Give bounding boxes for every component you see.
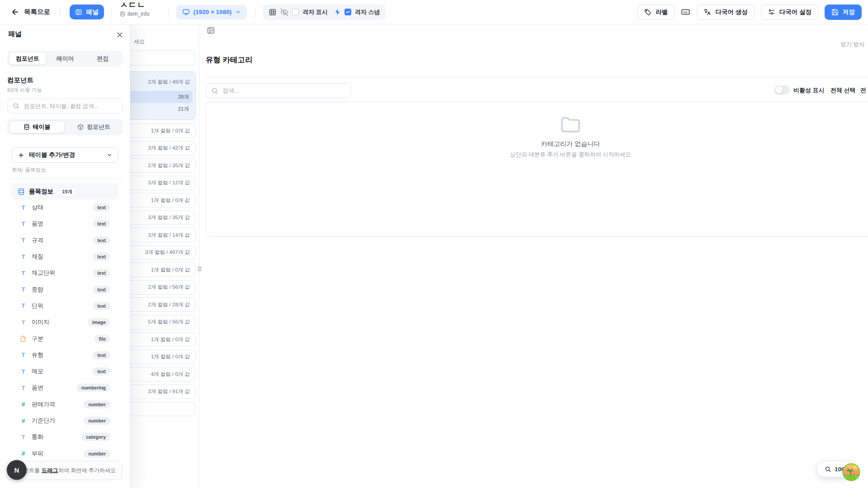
- field-type-badge: category: [81, 433, 110, 441]
- number-icon: #: [20, 418, 27, 424]
- field-row[interactable]: T중량text: [7, 281, 123, 297]
- panel-search-input[interactable]: [23, 99, 119, 113]
- i18n-settings-button[interactable]: 다국어 설정: [761, 5, 818, 20]
- label-button[interactable]: 라벨: [637, 5, 675, 20]
- back-button[interactable]: [11, 8, 19, 16]
- text-type-icon: T: [20, 204, 27, 211]
- monitor-icon: [182, 8, 190, 16]
- group-stats-label: 1개 컬럼 / 0개 값: [151, 127, 190, 134]
- lightning-icon: [334, 9, 341, 15]
- options-icon: [768, 8, 775, 16]
- grid-snap-checkbox[interactable]: [344, 9, 351, 15]
- text-type-icon: T: [20, 286, 27, 293]
- field-row[interactable]: T이미지image: [7, 314, 123, 330]
- panel-toggle-button[interactable]: 패널: [70, 5, 104, 19]
- group-stats-label: 2개 컬럼 / 28개 값: [148, 301, 190, 308]
- field-name: 재고단위: [32, 269, 55, 277]
- title-divider: [206, 77, 868, 77]
- text-type-icon: T: [20, 434, 27, 441]
- collapse-pane-button[interactable]: [207, 26, 215, 35]
- panel-header-divider: [0, 45, 130, 46]
- field-row[interactable]: T재고단위text: [7, 265, 123, 281]
- screen-size-value: (868 × 488): [193, 9, 231, 15]
- screen-size-selector[interactable]: (868 × 488): [176, 5, 247, 19]
- inactive-toggle[interactable]: [774, 85, 790, 94]
- toolbar-left-group: 목록으로 패널 ㅅㄷㄴ item_info (868 × 488): [0, 4, 386, 20]
- field-name: 품명: [32, 220, 43, 228]
- empty-state-container: 카테고리가 없습니다 상단의 대분류 추가 버튼을 클릭하여 시작하세요: [206, 102, 868, 237]
- group-stats-label: 3개 컬럼 / 12개 값: [148, 179, 190, 186]
- field-row[interactable]: 구분file: [7, 330, 123, 347]
- group-stats-label: 1개 컬럼 / 0개 값: [151, 267, 190, 273]
- back-label[interactable]: 목록으로: [24, 8, 50, 16]
- plus-icon: [18, 152, 24, 159]
- category-search[interactable]: [206, 83, 351, 98]
- grid-show-checkbox[interactable]: [292, 9, 299, 15]
- pane-resize-handle[interactable]: [198, 267, 202, 271]
- field-name: 단위: [32, 302, 43, 310]
- keyboard-shortcuts-button[interactable]: [681, 7, 690, 17]
- field-row[interactable]: T재질text: [7, 249, 123, 265]
- field-type-badge: text: [93, 286, 110, 294]
- field-name: 중량: [32, 286, 43, 294]
- group-stats-label: 3개 컬럼 / 497개 값: [145, 249, 190, 256]
- document-title-block: ㅅㄷㄴ item_info: [120, 1, 150, 17]
- document-subtitle: item_info: [120, 11, 150, 17]
- add-table-button[interactable]: 테이블 추가/변경: [12, 147, 118, 163]
- canvas-area: 보기 방식 유형 카테고리 비활성 표시 전체 선택 전 카테고리가 없습니다 …: [199, 24, 868, 488]
- field-type-badge: number: [84, 400, 110, 408]
- text-type-icon: T: [20, 385, 27, 391]
- tab-layers[interactable]: 레이어: [47, 52, 83, 65]
- components-available-count: 83개 사용 가능: [7, 87, 42, 94]
- number-icon: #: [20, 401, 27, 408]
- text-type-icon: T: [20, 368, 27, 375]
- clear-selection-button[interactable]: 전: [860, 86, 866, 94]
- field-type-badge: text: [93, 351, 110, 359]
- field-type-badge: image: [88, 318, 110, 326]
- grid-snap-label: 격자 스냅: [355, 8, 380, 16]
- select-all-button[interactable]: 전체 선택: [830, 86, 856, 94]
- source-toggle-component-label: 컴포넌트: [87, 123, 110, 131]
- panel-search[interactable]: [7, 99, 123, 113]
- save-button[interactable]: 저장: [825, 5, 862, 20]
- field-row[interactable]: T상태text: [7, 199, 123, 216]
- table-header-row[interactable]: 품목정보 19개: [12, 183, 118, 200]
- tab-components[interactable]: 컴포넌트: [9, 52, 46, 65]
- field-row[interactable]: T통화category: [7, 429, 123, 445]
- top-toolbar: 목록으로 패널 ㅅㄷㄴ item_info (868 × 488): [0, 0, 868, 24]
- field-name: 유형: [32, 351, 43, 359]
- text-type-icon: T: [20, 237, 27, 244]
- field-type-badge: number: [84, 417, 110, 425]
- field-row[interactable]: #기준단가number: [7, 413, 123, 429]
- table-count-badge: 19개: [57, 187, 77, 197]
- group-stats-label: 3개 컬럼 / 91개 값: [148, 388, 190, 395]
- panel-close-button[interactable]: [115, 30, 125, 40]
- file-icon: [20, 336, 27, 342]
- arrow-left-icon: [11, 8, 19, 16]
- field-row[interactable]: T유형text: [7, 347, 123, 363]
- field-type-badge: text: [93, 220, 110, 228]
- text-type-icon: T: [20, 270, 27, 277]
- field-name: 재질: [32, 253, 43, 261]
- i18n-generate-button[interactable]: 다국어 생성: [697, 5, 754, 20]
- text-type-icon: T: [20, 319, 27, 326]
- i18n-generate-text: 다국어 생성: [715, 8, 747, 16]
- category-search-input[interactable]: [222, 84, 347, 98]
- field-row[interactable]: #부피number: [7, 445, 123, 461]
- field-row[interactable]: T메모text: [7, 363, 123, 380]
- field-type-badge: numbering: [77, 384, 110, 392]
- view-mode-label: 보기 방식: [840, 41, 864, 48]
- field-row[interactable]: T단위text: [7, 298, 123, 314]
- toolbar-divider: [111, 6, 112, 18]
- field-row[interactable]: T품명text: [7, 216, 123, 232]
- source-toggle-component[interactable]: 컴포넌트: [66, 121, 121, 133]
- field-row[interactable]: T품번numbering: [7, 380, 123, 396]
- field-row[interactable]: T규격text: [7, 232, 123, 249]
- tab-edit[interactable]: 편집: [85, 52, 121, 65]
- field-row[interactable]: #판매가격number: [7, 396, 123, 413]
- toggle-knob: [775, 86, 783, 94]
- cube-icon: [77, 124, 84, 130]
- magnifier-icon: [825, 466, 831, 473]
- group-stats-label: 2개 컬럼 / 49개 값: [148, 79, 190, 85]
- source-toggle-table[interactable]: 테이블: [9, 121, 65, 133]
